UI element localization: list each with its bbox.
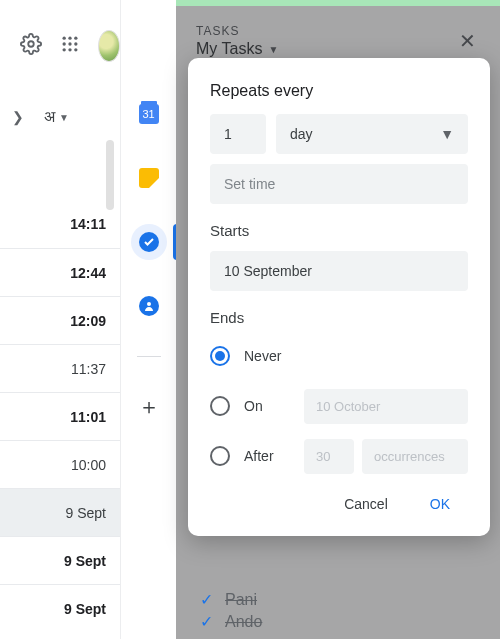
divider bbox=[137, 356, 161, 357]
ends-label: Ends bbox=[210, 309, 468, 326]
svg-point-1 bbox=[63, 37, 66, 40]
message-row[interactable]: 12:44 bbox=[0, 248, 120, 296]
ends-never-option[interactable]: Never bbox=[210, 338, 468, 374]
radio-icon bbox=[210, 396, 230, 416]
ends-on-date-input[interactable]: 10 October bbox=[304, 389, 468, 424]
message-time: 11:37 bbox=[71, 361, 106, 377]
radio-icon bbox=[210, 346, 230, 366]
message-row[interactable]: 12:09 bbox=[0, 296, 120, 344]
message-time: 10:00 bbox=[71, 457, 106, 473]
message-row[interactable]: 11:01 bbox=[0, 392, 120, 440]
svg-point-2 bbox=[68, 37, 71, 40]
message-time: 9 Sept bbox=[64, 601, 106, 617]
repeats-every-label: Repeats every bbox=[210, 82, 468, 100]
svg-point-9 bbox=[74, 48, 77, 51]
svg-point-10 bbox=[147, 302, 151, 306]
set-time-input[interactable]: Set time bbox=[210, 164, 468, 204]
occurrences-label: occurrences bbox=[362, 439, 468, 474]
script-label: अ bbox=[44, 108, 55, 126]
svg-point-7 bbox=[63, 48, 66, 51]
svg-point-8 bbox=[68, 48, 71, 51]
svg-point-3 bbox=[74, 37, 77, 40]
message-time: 9 Sept bbox=[66, 505, 106, 521]
svg-point-0 bbox=[28, 41, 34, 47]
keep-app-icon[interactable] bbox=[131, 160, 167, 196]
apps-grid-icon[interactable] bbox=[60, 34, 80, 58]
completed-task-item[interactable]: ✓ Ando bbox=[200, 612, 262, 631]
message-row[interactable]: 11:37 bbox=[0, 344, 120, 392]
settings-icon[interactable] bbox=[20, 33, 42, 59]
radio-icon bbox=[210, 446, 230, 466]
message-row[interactable]: 9 Sept bbox=[0, 536, 120, 584]
message-row[interactable]: 9 Sept bbox=[0, 584, 120, 632]
starts-date-input[interactable]: 10 September bbox=[210, 251, 468, 291]
calendar-app-icon[interactable]: 31 bbox=[131, 96, 167, 132]
tasks-app-icon[interactable] bbox=[131, 224, 167, 260]
message-time: 14:11 bbox=[70, 216, 106, 232]
check-icon: ✓ bbox=[200, 612, 213, 631]
occurrences-count-input[interactable]: 30 bbox=[304, 439, 354, 474]
chevron-right-icon[interactable]: ❯ bbox=[8, 109, 28, 125]
svg-point-5 bbox=[68, 42, 71, 45]
check-icon: ✓ bbox=[200, 590, 213, 609]
message-time-list: 14:1112:4412:0911:3711:0110:009 Sept9 Se… bbox=[0, 200, 120, 632]
svg-point-6 bbox=[74, 42, 77, 45]
message-row[interactable]: 9 Sept bbox=[0, 488, 120, 536]
input-script-selector[interactable]: अ ▼ bbox=[36, 102, 77, 132]
chevron-down-icon: ▼ bbox=[440, 126, 454, 142]
unit-select[interactable]: day ▼ bbox=[276, 114, 468, 154]
message-row[interactable]: 10:00 bbox=[0, 440, 120, 488]
ok-button[interactable]: OK bbox=[412, 488, 468, 520]
message-row[interactable]: 14:11 bbox=[0, 200, 120, 248]
side-panel: 31 ＋ bbox=[120, 0, 176, 639]
add-addon-button[interactable]: ＋ bbox=[131, 389, 167, 425]
plus-icon: ＋ bbox=[138, 392, 160, 422]
starts-label: Starts bbox=[210, 222, 468, 239]
svg-point-4 bbox=[63, 42, 66, 45]
message-time: 12:09 bbox=[70, 313, 106, 329]
message-time: 11:01 bbox=[70, 409, 106, 425]
completed-task-item[interactable]: ✓ Pani bbox=[200, 590, 257, 609]
message-time: 9 Sept bbox=[64, 553, 106, 569]
contacts-app-icon[interactable] bbox=[131, 288, 167, 324]
recurrence-dialog: Repeats every 1 day ▼ Set time Starts 10… bbox=[188, 58, 490, 536]
interval-input[interactable]: 1 bbox=[210, 114, 266, 154]
ends-on-option[interactable]: On 10 October bbox=[210, 388, 468, 424]
ends-after-option[interactable]: After 30 occurrences bbox=[210, 438, 468, 474]
chevron-down-icon: ▼ bbox=[59, 112, 69, 123]
cancel-button[interactable]: Cancel bbox=[326, 488, 406, 520]
avatar[interactable] bbox=[98, 30, 120, 62]
message-time: 12:44 bbox=[70, 265, 106, 281]
